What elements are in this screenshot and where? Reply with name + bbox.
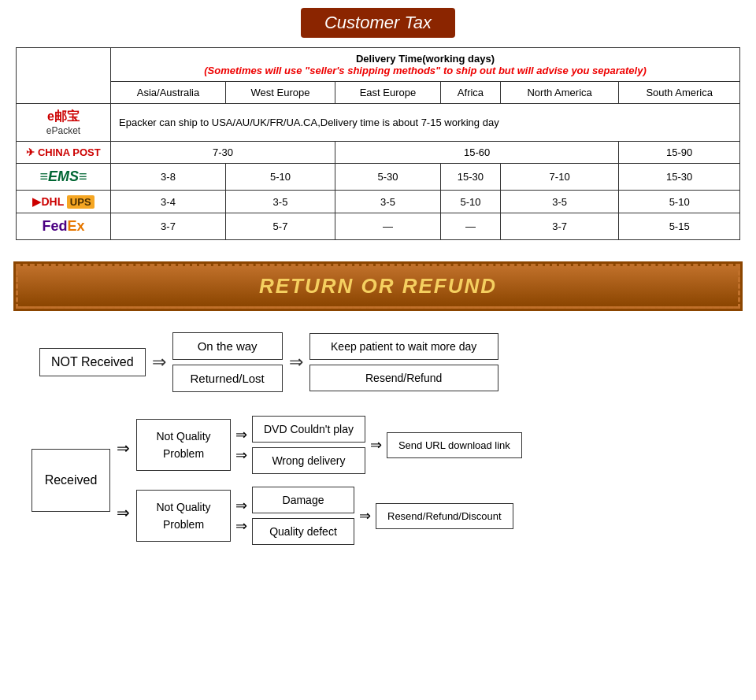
fedex-africa: —: [440, 213, 500, 240]
arrow-bottom: ⇒: [117, 503, 130, 522]
damage-box: Damage: [252, 487, 354, 513]
received-section: Received ⇒ ⇒ Not Quality Problem ⇒ ⇒ DVD…: [32, 416, 740, 545]
ems-south: 15-30: [619, 164, 740, 191]
returned-lost-box: Returned/Lost: [172, 365, 283, 392]
chinapost-7-30: 7-30: [111, 142, 335, 164]
fedex-west: 5-7: [225, 213, 335, 240]
col-west-europe: West Europe: [225, 82, 335, 104]
dhl-north: 3-5: [500, 191, 618, 213]
fedex-south: 5-15: [619, 213, 740, 240]
epacket-logo-cell: e邮宝 ePacket: [17, 104, 111, 142]
nqp-bottom-arrows: ⇒ ⇒: [235, 497, 247, 535]
tax-table: Delivery Time(working days) (Sometimes w…: [16, 47, 740, 240]
arrow-top: ⇒: [117, 439, 130, 457]
table-row-columns: Asia/Australia West Europe East Europe A…: [17, 82, 740, 104]
on-the-way-box: On the way: [172, 332, 283, 360]
received-box: Received: [32, 449, 110, 512]
dhlups-logo-cell: ▶DHL UPS: [17, 191, 111, 213]
chinapost-15-90: 15-90: [619, 142, 740, 164]
col-asia: Asia/Australia: [111, 82, 226, 104]
chinapost-15-60: 15-60: [335, 142, 619, 164]
dhl-asia: 3-4: [111, 191, 226, 213]
nqp-top-box: Not Quality Problem: [136, 419, 231, 470]
nqp-top-arrows: ⇒ ⇒: [235, 426, 247, 464]
keep-patient-box: Keep patient to wait more day: [309, 333, 498, 360]
fedex-logo-cell: FedEx: [17, 213, 111, 240]
arrow1: ⇒: [152, 352, 166, 372]
chinapost-logo-cell: ✈ CHINA POST: [17, 142, 111, 164]
quality-defect-box: Quality defect: [252, 518, 354, 545]
col-south-america: South America: [619, 82, 740, 104]
ems-logo-cell: ≡EMS≡: [17, 164, 111, 191]
dvd-box: DVD Couldn't play: [252, 416, 365, 443]
col-east-europe: East Europe: [335, 82, 441, 104]
table-row-ems: ≡EMS≡ 3-8 5-10 5-30 15-30 7-10 15-30: [17, 164, 740, 191]
send-url-box: Send URL download link: [387, 432, 522, 458]
resend-refund-discount-box: Resend/Refund/Discount: [376, 503, 513, 529]
fedex-east: —: [335, 213, 441, 240]
table-row-epacket: e邮宝 ePacket Epacker can ship to USA/AU/U…: [17, 104, 740, 142]
ems-north: 7-10: [500, 164, 618, 191]
not-received-flow: NOT Received ⇒ On the way Returned/Lost …: [39, 332, 740, 392]
top-sub-boxes: DVD Couldn't play Wrong delivery: [252, 416, 365, 474]
table-row-chinapost: ✈ CHINA POST 7-30 15-60 15-90: [17, 142, 740, 164]
received-arrows: ⇒ ⇒: [117, 439, 130, 522]
fedex-north: 3-7: [500, 213, 618, 240]
dhl-africa: 5-10: [440, 191, 500, 213]
table-row-header: Delivery Time(working days) (Sometimes w…: [17, 48, 740, 82]
epacket-info: Epacker can ship to USA/AU/UK/FR/UA.CA,D…: [111, 104, 740, 142]
delivery-header: Delivery Time(working days) (Sometimes w…: [111, 48, 740, 82]
col-north-america: North America: [500, 82, 618, 104]
fedex-asia: 3-7: [111, 213, 226, 240]
col-africa: Africa: [440, 82, 500, 104]
table-row-dhlups: ▶DHL UPS 3-4 3-5 3-5 5-10 3-5 5-10: [17, 191, 740, 213]
arrow-to-resend: ⇒: [359, 507, 371, 524]
dhl-west: 3-5: [225, 191, 335, 213]
customer-tax-title-wrap: Customer Tax: [16, 8, 740, 38]
nqp-bottom-box: Not Quality Problem: [136, 490, 231, 541]
dhl-south: 5-10: [619, 191, 740, 213]
arrow2: ⇒: [289, 352, 303, 372]
two-boxes: On the way Returned/Lost: [172, 332, 283, 392]
ems-africa: 15-30: [440, 164, 500, 191]
bottom-sub-boxes: Damage Quality defect: [252, 487, 354, 545]
arrow-to-url: ⇒: [370, 436, 382, 454]
refund-banner: RETURN OR REFUND: [16, 264, 740, 309]
received-branches: Not Quality Problem ⇒ ⇒ DVD Couldn't pla…: [136, 416, 522, 545]
ems-east: 5-30: [335, 164, 441, 191]
resend-refund-box: Resend/Refund: [309, 365, 498, 391]
wrong-delivery-box: Wrong delivery: [252, 447, 365, 474]
customer-tax-title: Customer Tax: [301, 8, 455, 38]
ems-west: 5-10: [225, 164, 335, 191]
two-result-boxes: Keep patient to wait more day Resend/Ref…: [309, 333, 498, 391]
not-received-box: NOT Received: [39, 348, 146, 376]
dhl-east: 3-5: [335, 191, 441, 213]
table-row-fedex: FedEx 3-7 5-7 — — 3-7 5-15: [17, 213, 740, 240]
bottom-branch: Not Quality Problem ⇒ ⇒ Damage Quality d…: [136, 487, 522, 545]
top-branch: Not Quality Problem ⇒ ⇒ DVD Couldn't pla…: [136, 416, 522, 474]
ems-asia: 3-8: [111, 164, 226, 191]
